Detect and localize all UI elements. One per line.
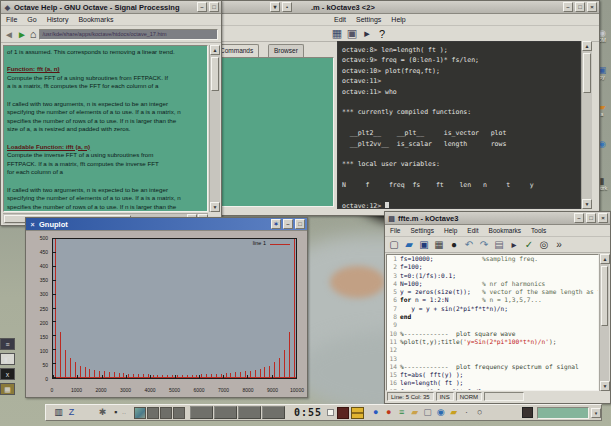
help-scroll-down-button[interactable]: ▼ [210,202,220,212]
editor-scrollbar[interactable]: ▲ ▼ [599,254,609,391]
help-vscrollbar[interactable]: ▲ ▼ [209,45,220,212]
menu-item-bookmarks[interactable]: Bookmarks [484,227,527,234]
task-button-2[interactable] [214,406,237,419]
help-icon[interactable]: ? [376,28,388,40]
kpackage-icon[interactable]: ≡ [395,406,408,419]
green-monitor-applet[interactable] [537,407,589,419]
lightning-icon[interactable]: Z [65,406,78,419]
close-button[interactable]: × [587,2,597,12]
pointer-icon[interactable]: ▸ [508,239,520,250]
monitor-icon[interactable]: ▥ [52,406,65,419]
menu-item-help[interactable]: Help [386,16,410,23]
maroon-applet-icon[interactable] [337,407,349,419]
help-function-link[interactable]: Loadable Function: ifft (a, n) [7,143,207,152]
gnuplot-titlebar[interactable]: × Gnuplot ✶ – □ [26,218,307,231]
terminal-scrollbar[interactable]: ▲ ▼ [581,41,592,209]
new-file-icon[interactable]: ▢ [388,239,400,250]
editor-titlebar[interactable]: ▤ ffte.m - kOctave3 – □ × [385,212,610,225]
minimize-button[interactable]: – [563,2,573,12]
help-function-link[interactable]: Function: fft (a, n) [7,65,207,74]
save-icon[interactable]: ▣ [418,239,430,250]
sticky-pin-button[interactable]: • [282,2,292,12]
window-menu-button[interactable]: ▾ [270,2,280,12]
mini-window-close[interactable]: x [0,368,15,380]
task-button-4[interactable] [262,406,285,419]
mini-color-palette[interactable]: ▦ [0,383,15,395]
menu-item-file[interactable]: File [385,227,405,234]
tab-browser[interactable]: Browser [268,44,304,57]
folder-yellow-icon[interactable]: ▰ [447,406,460,419]
menu-item-bookmarks[interactable]: Bookmarks [73,16,118,23]
maximize-button[interactable]: □ [575,2,585,12]
kicker-mini-icon[interactable] [522,407,533,418]
gear-icon[interactable]: ✱ [96,406,109,419]
dim-icon[interactable]: · [460,406,473,419]
editor-scroll-down-button[interactable]: ▼ [600,381,610,391]
task-button-3[interactable] [238,406,261,419]
copy-icon[interactable]: ▣ [346,27,358,40]
krec-icon[interactable]: ● [382,406,395,419]
octave-terminal[interactable]: octave:8> len=length( ft );octave:9> fre… [337,41,581,209]
help-titlebar[interactable]: ◈ Octave Help - GNU Octave - Signal Proc… [1,1,221,14]
forward-icon[interactable]: ► [17,29,27,40]
commands-list[interactable] [216,57,334,207]
desktop-pager[interactable] [134,407,185,419]
applet-expand-button[interactable]: ▾ [591,408,601,418]
help-minimize-button[interactable]: – [197,2,207,12]
undo-icon[interactable]: ↶ [463,239,475,250]
gnuplot-maximize-button[interactable]: □ [295,219,305,229]
url-field[interactable] [39,29,218,40]
print-icon[interactable]: ▦ [331,27,343,40]
plug-icon[interactable]: ▪ [109,406,122,419]
scroll-down-button[interactable]: ▼ [582,199,592,209]
menu-item-history[interactable]: History [42,16,74,23]
edit-pointer-icon[interactable]: ▸ [361,27,373,40]
menu-item-settings[interactable]: Settings [405,227,439,234]
menu-item-edit[interactable]: Edit [329,16,351,23]
kwindow-icon[interactable]: ▢ [421,406,434,419]
pager-desktop-2[interactable] [147,407,159,419]
print-icon[interactable]: ▦ [433,239,445,250]
redo-icon[interactable]: ↷ [478,239,490,250]
kedit-folder-icon[interactable]: ▰ [408,406,421,419]
pager-desktop-3[interactable] [160,407,172,419]
mini-window-split[interactable]: ◧ [0,353,15,365]
pager-desktop-4[interactable] [173,407,185,419]
home-icon[interactable]: ⌂ [30,28,37,40]
stop-icon[interactable]: ● [448,239,460,250]
code-editor[interactable]: 1fs=10000;%sampling freq.2f=100;3t=0:(1/… [386,254,599,391]
clock-icon[interactable]: ○ [473,406,486,419]
konqueror-globe-icon[interactable]: ◉ [434,406,447,419]
mini-window-titlebar[interactable]: ≡ [0,338,15,350]
octave-titlebar[interactable]: ▾ • .m - kOctave3 <2> – □ × [206,1,599,14]
editor-maximize-button[interactable]: □ [586,213,596,223]
pager-desktop-1[interactable] [134,407,146,419]
menu-item-settings[interactable]: Settings [351,16,386,23]
editor-minimize-button[interactable]: – [574,213,584,223]
menu-item-go[interactable]: Go [22,16,41,23]
spellcheck-icon[interactable]: ✓ [523,239,535,250]
ksirc-icon[interactable]: ● [369,406,382,419]
open-folder-icon[interactable]: ▰ [403,239,415,250]
help-content[interactable]: of 1 is assumed. This corresponds to rem… [3,45,208,212]
menu-item-tools[interactable]: Tools [526,227,551,234]
help-scroll-up-button[interactable]: ▲ [210,45,220,55]
find-icon[interactable]: ◎ [538,239,550,250]
editor-scroll-up-button[interactable]: ▲ [600,254,610,264]
scroll-up-button[interactable]: ▲ [582,41,592,51]
gnuplot-app-button[interactable]: ✶ [271,219,281,229]
yellow-bars-applet-icon[interactable] [351,407,364,419]
gnuplot-minimize-button[interactable]: – [283,219,293,229]
more-icon[interactable]: » [553,239,565,250]
menu-item-file[interactable]: File [1,16,22,23]
menu-item-help[interactable]: Help [439,227,462,234]
gnuplot-close-icon[interactable]: × [28,220,37,229]
help-maximize-button[interactable]: □ [209,2,219,12]
task-button-1[interactable] [190,406,213,419]
menu-item-edit[interactable]: Edit [462,227,483,234]
paste-icon[interactable]: ▤ [493,239,505,250]
back-icon[interactable]: ◄ [4,29,14,40]
y-axis-labels: 050100150200250300350400450500 [28,238,50,379]
editor-close-button[interactable]: × [598,213,608,223]
legend-line-sample [270,244,290,245]
